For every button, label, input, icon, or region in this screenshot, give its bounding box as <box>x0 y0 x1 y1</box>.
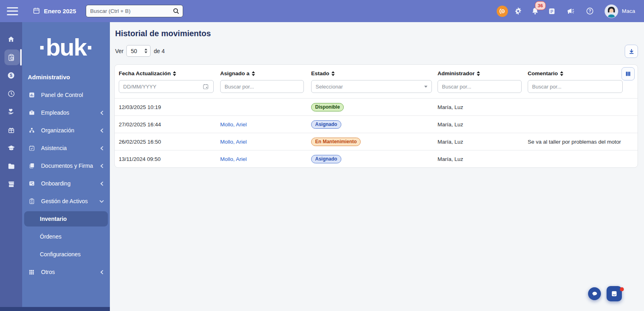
module-home-icon[interactable] <box>0 30 22 48</box>
table-row[interactable]: 13/11/2024 09:50 Mollo, Ariel Asignado M… <box>115 150 638 167</box>
notifications-bell-icon[interactable]: 36 <box>531 7 539 15</box>
period-selector[interactable]: Enero 2025 <box>33 7 76 16</box>
ver-label: Ver <box>115 48 124 54</box>
hamburger-menu-icon[interactable] <box>7 7 18 15</box>
help-icon[interactable]: ? <box>586 7 594 15</box>
sidebar-footer-bar <box>0 307 110 311</box>
sidebar-item-label: Panel de Control <box>41 92 104 98</box>
column-header-fecha[interactable]: Fecha Actualización <box>119 70 220 76</box>
feedback-bubble-button[interactable] <box>588 287 601 300</box>
checklist-icon <box>28 180 35 187</box>
search-icon[interactable] <box>172 7 180 16</box>
sidebar-item-gestion-de-activos[interactable]: Gestión de Activos <box>22 192 110 210</box>
page-size-select[interactable]: 50 <box>126 45 151 57</box>
caret-down-icon <box>424 86 427 88</box>
column-header-asignado[interactable]: Asignado a <box>220 70 311 76</box>
sort-icon <box>331 71 335 76</box>
sidebar-subitem-configuraciones[interactable]: Configuraciones <box>22 245 110 263</box>
sidebar-section-label: Administrativo <box>28 74 110 80</box>
org-chart-icon <box>28 127 35 134</box>
cell-asignado-link[interactable]: Mollo, Ariel <box>220 122 311 128</box>
table-row[interactable]: 26/02/2025 16:50 Mollo, Ariel En Manteni… <box>115 133 638 150</box>
filter-asignado-input[interactable] <box>220 80 304 93</box>
main-content: Historial de movimientos Ver 50 de 4 Fec… <box>110 22 644 311</box>
chevron-left-icon <box>100 146 104 151</box>
sidebar-subitem-inventario[interactable]: Inventario <box>24 211 108 227</box>
chat-unread-dot <box>620 287 624 291</box>
chevron-left-icon <box>100 181 104 186</box>
chevron-left-icon <box>100 110 104 115</box>
filter-comentario-input[interactable] <box>528 80 623 93</box>
filter-date-input[interactable] <box>119 80 214 93</box>
sort-icon <box>560 71 564 76</box>
sidebar-subitem-label: Configuraciones <box>40 251 80 257</box>
download-button[interactable] <box>625 45 638 58</box>
movements-table: Fecha Actualización Asignado a Estado Ad… <box>114 64 638 168</box>
user-name-label: Maca <box>622 8 635 14</box>
status-badge: Disponible <box>311 103 344 111</box>
news-note-icon[interactable] <box>548 7 556 15</box>
module-icon-strip: $ <box>0 22 22 307</box>
columns-icon <box>625 70 632 77</box>
filter-estado-select[interactable]: Seleccionar <box>311 80 432 93</box>
module-gift-icon[interactable] <box>0 121 22 139</box>
sort-icon <box>477 71 480 76</box>
module-time-clock-icon[interactable] <box>0 84 22 103</box>
sidebar-item-label: Empleados <box>41 109 100 116</box>
user-avatar[interactable] <box>605 4 618 18</box>
cell-fecha: 27/02/2025 16:44 <box>119 122 220 128</box>
chevron-down-icon <box>99 199 104 204</box>
total-label: de 4 <box>154 48 165 54</box>
pagination-controls: Ver 50 de 4 <box>115 45 165 57</box>
status-badge: En Mantenimiento <box>311 138 361 146</box>
cell-fecha: 26/02/2025 16:50 <box>119 139 220 145</box>
module-documents-folder-icon[interactable] <box>0 157 22 175</box>
status-badge: Asignado <box>311 155 341 163</box>
announcements-megaphone-icon[interactable] <box>566 7 575 16</box>
cell-asignado-link[interactable]: Mollo, Ariel <box>220 139 311 145</box>
table-row[interactable]: 12/03/2025 10:19 Disponible María, Luz <box>115 98 638 115</box>
sidebar-item-label: Onboarding <box>41 180 100 187</box>
period-label: Enero 2025 <box>44 8 76 14</box>
search-input[interactable] <box>86 5 183 17</box>
speech-bubble-icon <box>591 290 598 297</box>
module-benefits-hand-heart-icon[interactable] <box>0 103 22 121</box>
module-training-graduation-icon[interactable] <box>0 139 22 157</box>
chevron-left-icon <box>100 128 104 133</box>
chevron-left-icon <box>100 163 104 169</box>
intercom-icon[interactable] <box>497 6 508 17</box>
module-inventory-clipboard-icon[interactable] <box>0 48 22 66</box>
sidebar-item-onboarding[interactable]: Onboarding <box>22 175 110 192</box>
settings-gear-icon[interactable] <box>514 7 522 15</box>
global-search <box>86 5 183 17</box>
column-settings-button[interactable] <box>621 67 635 80</box>
clipboard-sync-icon <box>28 198 35 204</box>
column-header-administrador[interactable]: Administrador <box>438 70 528 76</box>
sidebar-item-empleados[interactable]: Empleados <box>22 104 110 122</box>
sidebar-item-label: Gestión de Activos <box>41 198 99 204</box>
sidebar-item-otros[interactable]: Otros <box>22 263 110 281</box>
documents-icon <box>28 163 35 169</box>
module-marketplace-store-icon[interactable] <box>0 175 22 193</box>
sidebar-item-organizacion[interactable]: Organización <box>22 122 110 139</box>
status-badge: Asignado <box>311 120 341 129</box>
sidebar-item-documentos-y-firma[interactable]: Documentos y Firma <box>22 157 110 175</box>
module-payroll-dollar-icon[interactable]: $ <box>0 66 22 84</box>
grid-icon <box>28 269 35 275</box>
chat-widget-icon <box>610 290 618 298</box>
cell-asignado-link[interactable]: Mollo, Ariel <box>220 156 311 162</box>
download-icon <box>628 48 635 55</box>
cell-administrador: María, Luz <box>438 139 528 145</box>
column-header-comentario[interactable]: Comentario <box>528 70 634 76</box>
column-header-estado[interactable]: Estado <box>311 70 438 76</box>
table-row[interactable]: 27/02/2025 16:44 Mollo, Ariel Asignado M… <box>115 115 638 133</box>
table-header-row: Fecha Actualización Asignado a Estado Ad… <box>115 65 638 76</box>
dashboard-icon <box>28 92 35 98</box>
sidebar-item-asistencia[interactable]: Asistencia <box>22 139 110 157</box>
sidebar-subitem-ordenes[interactable]: Órdenes <box>22 228 110 245</box>
sidebar-item-panel-de-control[interactable]: Panel de Control <box>22 86 110 104</box>
sidebar-subitem-label: Órdenes <box>40 233 62 240</box>
filter-administrador-input[interactable] <box>438 80 522 93</box>
cell-comentario: Se va al taller por problemas del motor <box>528 139 634 145</box>
sort-icon <box>173 71 176 76</box>
